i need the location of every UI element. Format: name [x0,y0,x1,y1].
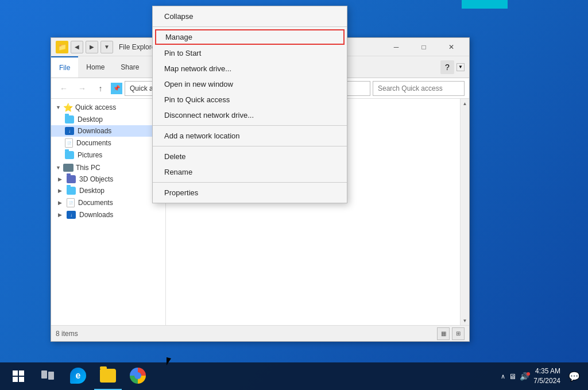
task-view-icon [41,370,55,381]
sidebar-item-desktop-pc[interactable]: ▶ Desktop [51,185,165,196]
this-pc-header[interactable]: ▼ This PC [51,162,165,173]
help-button[interactable]: ? [440,60,454,74]
sidebar-documents-pc-label: Documents [78,199,113,207]
sidebar-item-3d-objects[interactable]: ▶ 3D Objects [51,173,165,185]
up-button[interactable]: ↑ [92,80,109,96]
volume-icon[interactable]: 🔊 [520,372,529,381]
ctx-disconnect-network[interactable]: Disconnect network drive... [153,107,347,123]
ctx-delete[interactable]: Delete [153,149,347,164]
3d-objects-chevron: ▶ [58,176,62,182]
this-pc-chevron: ▼ [56,165,61,171]
sidebar-3d-objects-label: 3D Objects [79,175,113,183]
status-text: 8 items [56,330,78,338]
system-icons: ∧ 🖥 🔊 [501,372,529,381]
view-icons: ▦ ⊞ [437,327,465,340]
taskbar-explorer-app[interactable] [94,362,122,390]
maximize-button[interactable]: □ [411,38,437,56]
sidebar-item-documents[interactable]: 📄 Documents [51,137,165,149]
sidebar-desktop-pc-label: Desktop [79,187,105,195]
window-controls: ─ □ ✕ [383,38,465,56]
quick-access-chevron: ▼ [56,105,61,110]
sidebar-item-downloads[interactable]: ↓ Downloads [51,125,165,137]
forward-button[interactable]: → [74,80,90,96]
scroll-down-arrow[interactable]: ▼ [461,316,470,325]
large-icons-view-icon[interactable]: ⊞ [452,327,465,340]
downloads-pc-icon: ↓ [67,211,76,219]
ctx-separator-1 [153,26,347,27]
quick-access-pin-icon[interactable]: 📌 [111,83,122,94]
downloads-pc-chevron: ▶ [58,212,62,218]
ctx-collapse[interactable]: Collapse [153,9,347,24]
back-button[interactable]: ← [56,80,72,96]
sidebar-item-documents-pc[interactable]: ▶ 📄 Documents [51,196,165,209]
teal-accent-decoration [462,0,508,9]
downloads-icon: ↓ [65,127,74,135]
title-bar-btn-3[interactable]: ▼ [100,41,113,53]
start-button[interactable] [5,362,32,390]
this-pc-section: ▼ This PC ▶ 3D Objects ▶ Desktop [51,162,165,221]
documents-icon: 📄 [65,138,73,148]
close-button[interactable]: ✕ [438,38,465,56]
sidebar-downloads-pc-label: Downloads [79,211,113,219]
ribbon-collapse-button[interactable]: ▼ [457,63,465,71]
taskbar-system-area: ∧ 🖥 🔊 4:35 AM 7/5/2024 💬 [501,362,583,390]
ctx-separator-2 [153,125,347,126]
quick-access-label: Quick access [75,103,116,111]
tab-home[interactable]: Home [78,56,113,78]
this-pc-label: This PC [76,164,100,172]
scroll-up-arrow[interactable]: ▲ [461,99,470,108]
ctx-open-new-window[interactable]: Open in new window [153,76,347,92]
sidebar-pictures-label: Pictures [78,151,102,159]
tab-file[interactable]: File [51,56,78,78]
ctx-pin-start[interactable]: Pin to Start [153,45,347,61]
minimize-button[interactable]: ─ [383,38,409,56]
desktop-pc-folder-icon [67,187,76,195]
taskbar-task-view[interactable] [34,362,62,390]
context-menu: Collapse Manage Pin to Start Map network… [152,6,347,203]
sidebar-documents-label: Documents [76,139,111,147]
ctx-properties[interactable]: Properties [153,185,347,200]
documents-pc-icon: 📄 [67,198,75,207]
sidebar-desktop-label: Desktop [78,115,103,123]
ctx-separator-4 [153,182,347,183]
desktop-pc-chevron: ▶ [58,188,62,194]
start-icon [13,370,24,382]
edge-icon: e [70,368,86,384]
chevron-up-icon[interactable]: ∧ [501,373,505,380]
network-icon[interactable]: 🖥 [509,372,516,381]
explorer-folder-icon: 📁 [56,41,68,53]
chrome-icon [130,368,146,384]
ctx-add-network-location[interactable]: Add a network location [153,128,347,144]
title-bar-btn-1[interactable]: ◀ [71,41,83,53]
ctx-separator-3 [153,146,347,146]
explorer-icon [100,369,116,383]
sidebar: ▼ ⭐ Quick access Desktop ↓ Downloads 📄 [51,99,166,325]
3d-objects-icon [67,175,76,183]
taskbar-chrome-app[interactable] [124,362,152,390]
clock[interactable]: 4:35 AM 7/5/2024 [533,366,560,386]
ctx-manage[interactable]: Manage [155,29,345,45]
clock-date: 7/5/2024 [533,376,560,386]
taskbar-edge-app[interactable]: e [64,362,92,390]
ctx-map-network[interactable]: Map network drive... [153,61,347,76]
quick-access-header[interactable]: ▼ ⭐ Quick access [51,101,165,114]
notification-button[interactable]: 💬 [565,362,583,390]
title-bar-btn-2[interactable]: ▶ [86,41,98,53]
ctx-rename[interactable]: Rename [153,164,347,180]
sidebar-item-pictures[interactable]: Pictures [51,149,165,161]
sidebar-downloads-label: Downloads [78,127,111,135]
desktop: 📁 ◀ ▶ ▼ File Explorer ─ □ ✕ File Home Sh… [0,0,588,390]
status-bar: 8 items ▦ ⊞ [51,325,469,341]
details-view-icon[interactable]: ▦ [437,327,450,340]
scroll-track [461,108,469,316]
right-scrollbar[interactable]: ▲ ▼ [460,99,469,325]
quick-access-section: ▼ ⭐ Quick access Desktop ↓ Downloads 📄 [51,101,165,161]
ctx-pin-quick-access[interactable]: Pin to Quick access [153,92,347,107]
desktop-folder-icon [65,115,74,123]
search-input[interactable] [373,81,465,96]
sidebar-item-downloads-pc[interactable]: ▶ ↓ Downloads [51,209,165,221]
sidebar-item-desktop[interactable]: Desktop [51,114,165,125]
this-pc-icon [63,164,74,172]
tab-share[interactable]: Share [113,56,147,78]
taskbar: e ∧ 🖥 🔊 4:35 AM 7/5/2024 💬 [0,362,588,390]
